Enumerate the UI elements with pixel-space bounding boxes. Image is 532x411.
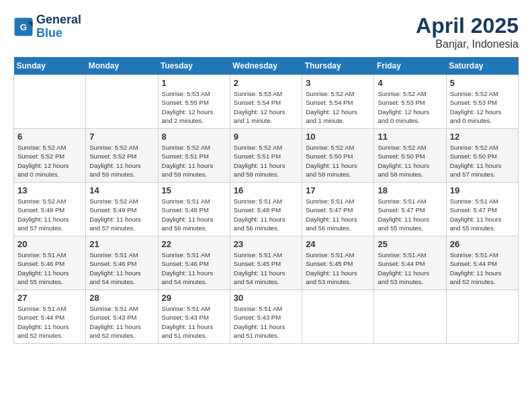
cell-info: Sunrise: 5:51 AM Sunset: 5:43 PM Dayligh… <box>89 304 154 340</box>
day-number: 2 <box>234 78 298 88</box>
calendar-cell: 18Sunrise: 5:51 AM Sunset: 5:47 PM Dayli… <box>374 183 446 236</box>
day-number: 5 <box>450 78 515 88</box>
cell-info: Sunrise: 5:51 AM Sunset: 5:43 PM Dayligh… <box>162 304 226 340</box>
cell-info: Sunrise: 5:51 AM Sunset: 5:45 PM Dayligh… <box>306 250 370 286</box>
svg-text:G: G <box>20 21 28 32</box>
calendar-cell: 21Sunrise: 5:51 AM Sunset: 5:46 PM Dayli… <box>86 236 158 290</box>
day-number: 22 <box>162 239 226 249</box>
cell-info: Sunrise: 5:52 AM Sunset: 5:50 PM Dayligh… <box>378 143 442 179</box>
logo-text: General Blue <box>36 13 81 40</box>
calendar-cell: 2Sunrise: 5:53 AM Sunset: 5:54 PM Daylig… <box>230 75 302 129</box>
calendar-cell: 15Sunrise: 5:51 AM Sunset: 5:48 PM Dayli… <box>158 183 230 236</box>
cell-info: Sunrise: 5:52 AM Sunset: 5:49 PM Dayligh… <box>17 197 82 232</box>
cell-info: Sunrise: 5:51 AM Sunset: 5:46 PM Dayligh… <box>89 250 154 286</box>
calendar-cell: 17Sunrise: 5:51 AM Sunset: 5:47 PM Dayli… <box>302 183 374 236</box>
calendar-cell: 7Sunrise: 5:52 AM Sunset: 5:52 PM Daylig… <box>86 129 158 183</box>
day-number: 11 <box>378 132 442 142</box>
cell-info: Sunrise: 5:51 AM Sunset: 5:44 PM Dayligh… <box>450 250 515 286</box>
cell-info: Sunrise: 5:51 AM Sunset: 5:45 PM Dayligh… <box>234 250 298 286</box>
day-number: 15 <box>162 185 226 195</box>
day-number: 7 <box>89 132 154 142</box>
day-number: 9 <box>234 132 298 142</box>
calendar-cell: 1Sunrise: 5:53 AM Sunset: 5:55 PM Daylig… <box>158 75 230 129</box>
cell-info: Sunrise: 5:51 AM Sunset: 5:47 PM Dayligh… <box>306 197 370 232</box>
calendar-table: SundayMondayTuesdayWednesdayThursdayFrid… <box>13 57 519 344</box>
cell-info: Sunrise: 5:52 AM Sunset: 5:51 PM Dayligh… <box>234 143 298 179</box>
calendar-cell: 9Sunrise: 5:52 AM Sunset: 5:51 PM Daylig… <box>230 129 302 183</box>
day-number: 18 <box>378 185 442 195</box>
calendar-cell <box>374 290 446 344</box>
calendar-cell: 13Sunrise: 5:52 AM Sunset: 5:49 PM Dayli… <box>14 183 86 236</box>
calendar-cell: 27Sunrise: 5:51 AM Sunset: 5:44 PM Dayli… <box>14 290 86 344</box>
calendar-cell: 4Sunrise: 5:52 AM Sunset: 5:53 PM Daylig… <box>374 75 446 129</box>
calendar-cell: 20Sunrise: 5:51 AM Sunset: 5:46 PM Dayli… <box>14 236 86 290</box>
day-number: 12 <box>450 132 515 142</box>
day-number: 19 <box>450 185 515 195</box>
week-row-2: 6Sunrise: 5:52 AM Sunset: 5:52 PM Daylig… <box>14 129 519 183</box>
cell-info: Sunrise: 5:52 AM Sunset: 5:52 PM Dayligh… <box>17 143 82 179</box>
cell-info: Sunrise: 5:51 AM Sunset: 5:43 PM Dayligh… <box>234 304 298 340</box>
cell-info: Sunrise: 5:51 AM Sunset: 5:44 PM Dayligh… <box>378 250 442 286</box>
week-row-3: 13Sunrise: 5:52 AM Sunset: 5:49 PM Dayli… <box>14 183 519 236</box>
day-number: 26 <box>450 239 515 249</box>
day-number: 13 <box>17 185 82 195</box>
header-cell-thursday: Thursday <box>302 57 374 75</box>
calendar-cell: 30Sunrise: 5:51 AM Sunset: 5:43 PM Dayli… <box>230 290 302 344</box>
calendar-cell: 22Sunrise: 5:51 AM Sunset: 5:46 PM Dayli… <box>158 236 230 290</box>
day-number: 27 <box>17 293 82 303</box>
cell-info: Sunrise: 5:51 AM Sunset: 5:48 PM Dayligh… <box>234 197 298 232</box>
day-number: 10 <box>306 132 370 142</box>
calendar-cell: 24Sunrise: 5:51 AM Sunset: 5:45 PM Dayli… <box>302 236 374 290</box>
cell-info: Sunrise: 5:52 AM Sunset: 5:53 PM Dayligh… <box>450 89 515 125</box>
page-header: G General Blue April 2025 Banjar, Indone… <box>13 13 519 50</box>
day-number: 3 <box>306 78 370 88</box>
calendar-cell: 11Sunrise: 5:52 AM Sunset: 5:50 PM Dayli… <box>374 129 446 183</box>
header-row: SundayMondayTuesdayWednesdayThursdayFrid… <box>14 57 519 75</box>
calendar-cell: 10Sunrise: 5:52 AM Sunset: 5:50 PM Dayli… <box>302 129 374 183</box>
calendar-cell: 6Sunrise: 5:52 AM Sunset: 5:52 PM Daylig… <box>14 129 86 183</box>
cell-info: Sunrise: 5:52 AM Sunset: 5:54 PM Dayligh… <box>306 89 370 125</box>
week-row-5: 27Sunrise: 5:51 AM Sunset: 5:44 PM Dayli… <box>14 290 519 344</box>
calendar-cell: 28Sunrise: 5:51 AM Sunset: 5:43 PM Dayli… <box>86 290 158 344</box>
cell-info: Sunrise: 5:51 AM Sunset: 5:48 PM Dayligh… <box>162 197 226 232</box>
calendar-cell: 23Sunrise: 5:51 AM Sunset: 5:45 PM Dayli… <box>230 236 302 290</box>
day-number: 29 <box>162 293 226 303</box>
header-cell-wednesday: Wednesday <box>230 57 302 75</box>
day-number: 4 <box>378 78 442 88</box>
cell-info: Sunrise: 5:51 AM Sunset: 5:47 PM Dayligh… <box>450 197 515 232</box>
cell-info: Sunrise: 5:52 AM Sunset: 5:51 PM Dayligh… <box>162 143 226 179</box>
cell-info: Sunrise: 5:52 AM Sunset: 5:52 PM Dayligh… <box>89 143 154 179</box>
calendar-cell <box>86 75 158 129</box>
header-cell-monday: Monday <box>86 57 158 75</box>
calendar-cell: 14Sunrise: 5:52 AM Sunset: 5:49 PM Dayli… <box>86 183 158 236</box>
calendar-cell: 12Sunrise: 5:52 AM Sunset: 5:50 PM Dayli… <box>446 129 518 183</box>
day-number: 17 <box>306 185 370 195</box>
calendar-cell: 5Sunrise: 5:52 AM Sunset: 5:53 PM Daylig… <box>446 75 518 129</box>
week-row-4: 20Sunrise: 5:51 AM Sunset: 5:46 PM Dayli… <box>14 236 519 290</box>
calendar-cell: 25Sunrise: 5:51 AM Sunset: 5:44 PM Dayli… <box>374 236 446 290</box>
logo-icon: G <box>13 17 34 37</box>
day-number: 23 <box>234 239 298 249</box>
day-number: 16 <box>234 185 298 195</box>
cell-info: Sunrise: 5:51 AM Sunset: 5:46 PM Dayligh… <box>17 250 82 286</box>
cell-info: Sunrise: 5:51 AM Sunset: 5:47 PM Dayligh… <box>378 197 442 232</box>
calendar-cell <box>302 290 374 344</box>
cell-info: Sunrise: 5:53 AM Sunset: 5:55 PM Dayligh… <box>162 89 226 125</box>
cell-info: Sunrise: 5:52 AM Sunset: 5:49 PM Dayligh… <box>89 197 154 232</box>
cell-info: Sunrise: 5:52 AM Sunset: 5:50 PM Dayligh… <box>306 143 370 179</box>
header-cell-sunday: Sunday <box>14 57 86 75</box>
cell-info: Sunrise: 5:52 AM Sunset: 5:53 PM Dayligh… <box>378 89 442 125</box>
cell-info: Sunrise: 5:51 AM Sunset: 5:46 PM Dayligh… <box>162 250 226 286</box>
header-cell-saturday: Saturday <box>446 57 518 75</box>
day-number: 1 <box>162 78 226 88</box>
calendar-title: April 2025 <box>416 13 519 38</box>
calendar-cell: 8Sunrise: 5:52 AM Sunset: 5:51 PM Daylig… <box>158 129 230 183</box>
header-cell-friday: Friday <box>374 57 446 75</box>
calendar-cell: 3Sunrise: 5:52 AM Sunset: 5:54 PM Daylig… <box>302 75 374 129</box>
day-number: 24 <box>306 239 370 249</box>
calendar-cell: 29Sunrise: 5:51 AM Sunset: 5:43 PM Dayli… <box>158 290 230 344</box>
calendar-cell: 26Sunrise: 5:51 AM Sunset: 5:44 PM Dayli… <box>446 236 518 290</box>
calendar-cell: 16Sunrise: 5:51 AM Sunset: 5:48 PM Dayli… <box>230 183 302 236</box>
day-number: 8 <box>162 132 226 142</box>
cell-info: Sunrise: 5:51 AM Sunset: 5:44 PM Dayligh… <box>17 304 82 340</box>
